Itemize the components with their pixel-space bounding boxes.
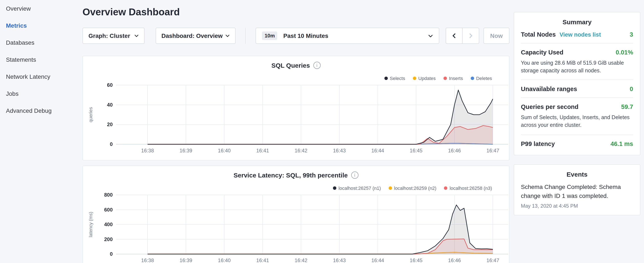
summary-label: Capacity Used bbox=[521, 49, 564, 56]
summary-value: 0.01% bbox=[616, 49, 633, 56]
time-range-picker[interactable]: 10m Past 10 Minutes bbox=[256, 28, 439, 44]
chart-title-row: SQL Queries i bbox=[83, 62, 509, 69]
chart-legend: localhost:26257 (n1)localhost:26259 (n2)… bbox=[333, 185, 492, 191]
summary-rows: Total NodesView nodes list3Capacity Used… bbox=[521, 26, 633, 149]
previous-range-button[interactable] bbox=[446, 28, 463, 44]
summary-row-header: Total NodesView nodes list3 bbox=[521, 31, 633, 38]
svg-text:16:39: 16:39 bbox=[180, 148, 192, 153]
summary-label: P99 latency bbox=[521, 140, 555, 147]
summary-description: Sum of Selects, Updates, Inserts, and De… bbox=[521, 114, 633, 129]
summary-row-capacity-used: Capacity Used0.01%You are using 28.6 MiB… bbox=[521, 43, 633, 80]
svg-text:16:45: 16:45 bbox=[410, 148, 422, 153]
summary-description: You are using 28.6 MiB of 515.9 GiB usab… bbox=[521, 59, 633, 75]
sidebar-item-databases[interactable]: Databases bbox=[6, 34, 82, 51]
sidebar-item-overview[interactable]: Overview bbox=[6, 0, 82, 17]
svg-text:16:40: 16:40 bbox=[218, 257, 231, 263]
sidebar-item-network-latency[interactable]: Network Latency bbox=[6, 68, 82, 85]
sidebar-item-metrics[interactable]: Metrics bbox=[6, 17, 82, 34]
summary-row-header: Capacity Used0.01% bbox=[521, 49, 633, 56]
svg-text:16:47: 16:47 bbox=[486, 257, 499, 263]
info-icon[interactable]: i bbox=[314, 62, 320, 69]
chevron-down-icon bbox=[428, 34, 433, 37]
time-range-badge: 10m bbox=[262, 32, 278, 40]
legend-dot bbox=[413, 77, 416, 80]
controls-divider bbox=[246, 28, 246, 44]
svg-text:16:45: 16:45 bbox=[410, 257, 422, 263]
legend-label: Deletes bbox=[476, 76, 492, 81]
y-axis-label: latency (ms) bbox=[88, 212, 93, 237]
view-nodes-list-link[interactable]: View nodes list bbox=[560, 32, 601, 38]
graph-scope-label: Graph: Cluster bbox=[88, 32, 130, 39]
legend-dot bbox=[444, 186, 448, 190]
summary-panel: Summary Total NodesView nodes list3Capac… bbox=[514, 12, 640, 155]
time-pager bbox=[446, 28, 479, 44]
events-panel: Events Schema Change Completed: Schema c… bbox=[514, 164, 640, 215]
svg-text:200: 200 bbox=[104, 236, 113, 242]
service-latency-chart-card: Service Latency: SQL, 99th percentile i … bbox=[82, 166, 510, 263]
svg-text:0: 0 bbox=[110, 251, 113, 257]
series-area-localhost-26257-n1 bbox=[148, 205, 493, 254]
svg-text:60: 60 bbox=[107, 82, 113, 88]
legend-label: Selects bbox=[390, 76, 405, 81]
y-axis-label: queries bbox=[88, 107, 93, 122]
summary-value: 0 bbox=[630, 86, 633, 93]
sql-queries-chart[interactable]: 020406016:3816:3916:4016:4116:4216:4316:… bbox=[83, 56, 510, 160]
dashboard-label: Dashboard: Overview bbox=[161, 32, 222, 39]
event-message: Schema Change Completed: Schema change w… bbox=[521, 182, 633, 201]
svg-text:16:38: 16:38 bbox=[141, 148, 154, 153]
event-timestamp: May 13, 2020 at 4:45 PM bbox=[521, 203, 633, 209]
summary-row-unavailable-ranges: Unavailable ranges0 bbox=[521, 80, 633, 98]
now-button[interactable]: Now bbox=[484, 28, 510, 44]
svg-text:16:41: 16:41 bbox=[256, 148, 269, 153]
legend-label: localhost:26257 (n1) bbox=[338, 185, 381, 191]
summary-row-total-nodes: Total NodesView nodes list3 bbox=[521, 26, 633, 43]
service-latency-chart[interactable]: 020040060080016:3816:3916:4016:4116:4216… bbox=[83, 166, 510, 263]
dashboard-dropdown[interactable]: Dashboard: Overview bbox=[156, 28, 236, 44]
dashboard-controls: Graph: Cluster Dashboard: Overview 10m P… bbox=[82, 28, 510, 44]
events-title: Events bbox=[521, 170, 633, 178]
legend-dot bbox=[388, 186, 392, 190]
legend-item-updates[interactable]: Updates bbox=[413, 76, 436, 81]
legend-item-localhost-26258-n3[interactable]: localhost:26258 (n3) bbox=[444, 185, 492, 191]
right-sidebar: Summary Total NodesView nodes list3Capac… bbox=[514, 0, 644, 215]
svg-text:16:46: 16:46 bbox=[448, 257, 461, 263]
svg-text:40: 40 bbox=[107, 102, 113, 108]
sidebar-item-advanced-debug[interactable]: Advanced Debug bbox=[6, 102, 82, 119]
legend-dot bbox=[384, 77, 388, 80]
chevron-left-icon bbox=[452, 33, 456, 38]
sidebar-item-statements[interactable]: Statements bbox=[6, 51, 82, 68]
sidebar-item-jobs[interactable]: Jobs bbox=[6, 85, 82, 102]
summary-label: Total Nodes bbox=[521, 31, 556, 38]
graph-scope-dropdown[interactable]: Graph: Cluster bbox=[82, 28, 144, 44]
legend-item-inserts[interactable]: Inserts bbox=[443, 76, 463, 81]
svg-text:16:41: 16:41 bbox=[256, 257, 269, 263]
chevron-right-icon bbox=[469, 33, 472, 38]
sidebar: OverviewMetricsDatabasesStatementsNetwor… bbox=[0, 0, 82, 119]
legend-item-selects[interactable]: Selects bbox=[384, 76, 405, 81]
summary-value: 59.7 bbox=[621, 104, 633, 110]
info-icon[interactable]: i bbox=[351, 171, 358, 179]
legend-item-deletes[interactable]: Deletes bbox=[470, 76, 492, 81]
svg-text:0: 0 bbox=[110, 141, 113, 147]
svg-text:16:47: 16:47 bbox=[486, 148, 499, 153]
time-range-label: Past 10 Minutes bbox=[284, 32, 428, 39]
legend-label: localhost:26259 (n2) bbox=[394, 185, 436, 191]
legend-label: Updates bbox=[418, 76, 436, 81]
next-range-button[interactable] bbox=[462, 28, 479, 44]
main-content: Overview Dashboard Graph: Cluster Dashbo… bbox=[82, 0, 510, 263]
legend-item-localhost-26257-n1[interactable]: localhost:26257 (n1) bbox=[333, 185, 381, 191]
svg-text:16:42: 16:42 bbox=[295, 257, 308, 263]
svg-text:600: 600 bbox=[104, 207, 113, 212]
legend-dot bbox=[470, 77, 474, 80]
summary-row-header: Unavailable ranges0 bbox=[521, 86, 633, 93]
summary-label: Unavailable ranges bbox=[521, 86, 577, 93]
chart-title-row: Service Latency: SQL, 99th percentile i bbox=[83, 171, 509, 179]
legend-item-localhost-26259-n2[interactable]: localhost:26259 (n2) bbox=[388, 185, 436, 191]
svg-text:16:43: 16:43 bbox=[333, 148, 346, 153]
chevron-down-icon bbox=[134, 35, 138, 37]
summary-row-header: Queries per second59.7 bbox=[521, 104, 633, 110]
svg-text:16:44: 16:44 bbox=[372, 148, 384, 153]
chart-title: Service Latency: SQL, 99th percentile bbox=[234, 171, 348, 179]
summary-label: Queries per second bbox=[521, 104, 578, 110]
legend-label: Inserts bbox=[449, 76, 463, 81]
